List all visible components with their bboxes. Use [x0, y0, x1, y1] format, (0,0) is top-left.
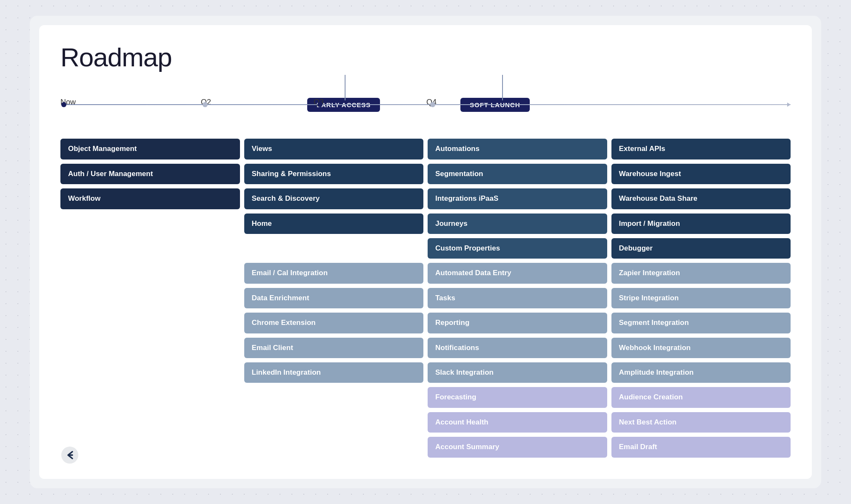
roadmap-item: Warehouse Data Share — [611, 188, 791, 209]
roadmap-item: Notifications — [428, 338, 607, 358]
roadmap-item: Webhook Integration — [611, 338, 791, 358]
column-1: Object ManagementAuth / User ManagementW… — [60, 139, 240, 209]
roadmap-item: LinkedIn Integration — [244, 362, 424, 383]
outer-card: Roadmap EARLY ACCESS SOFT LAUNCH Now Q2 … — [30, 16, 821, 488]
roadmap-item: Data Enrichment — [244, 288, 424, 308]
column-4: External APIsWarehouse IngestWarehouse D… — [611, 139, 791, 457]
page-title: Roadmap — [60, 42, 791, 72]
column-2: ViewsSharing & PermissionsSearch & Disco… — [244, 139, 424, 383]
timeline-line — [64, 104, 791, 105]
roadmap-item: Segment Integration — [611, 313, 791, 333]
timeline-dot-q4 — [430, 102, 435, 107]
roadmap-item: Email Draft — [611, 437, 791, 457]
roadmap-item: Chrome Extension — [244, 313, 424, 333]
roadmap-item: Debugger — [611, 238, 791, 259]
timeline-bar — [60, 100, 791, 109]
timeline-section: EARLY ACCESS SOFT LAUNCH Now Q2 Q3 Q4 — [60, 98, 791, 126]
grid-container: Object ManagementAuth / User ManagementW… — [60, 139, 791, 457]
timeline-vline-ea — [345, 75, 346, 100]
roadmap-item: Workflow — [60, 188, 240, 209]
roadmap-item: Slack Integration — [428, 362, 607, 383]
roadmap-item: Account Health — [428, 412, 607, 433]
roadmap-item: Object Management — [60, 139, 240, 159]
roadmap-item: Integrations iPaaS — [428, 188, 607, 209]
column-3: AutomationsSegmentationIntegrations iPaa… — [428, 139, 607, 457]
roadmap-item: Audience Creation — [611, 387, 791, 407]
timeline-dot-now — [61, 102, 66, 107]
roadmap-item: Search & Discovery — [244, 188, 424, 209]
timeline-dot-q2 — [203, 102, 208, 107]
roadmap-item: Journeys — [428, 214, 607, 234]
timeline-dot-q3 — [317, 102, 323, 107]
roadmap-item: Amplitude Integration — [611, 362, 791, 383]
roadmap-item: Zapier Integration — [611, 263, 791, 283]
roadmap-item: Sharing & Permissions — [244, 164, 424, 184]
inner-card: Roadmap EARLY ACCESS SOFT LAUNCH Now Q2 … — [39, 25, 812, 478]
roadmap-item: Tasks — [428, 288, 607, 308]
timeline-vline-sl — [502, 75, 503, 100]
roadmap-item: Stripe Integration — [611, 288, 791, 308]
roadmap-item: Views — [244, 139, 424, 159]
roadmap-item: Segmentation — [428, 164, 607, 184]
roadmap-item: Auth / User Management — [60, 164, 240, 184]
roadmap-item: Import / Migration — [611, 214, 791, 234]
roadmap-item: Email / Cal Integration — [244, 263, 424, 283]
timeline-arrow — [787, 103, 791, 107]
roadmap-item: Automations — [428, 139, 607, 159]
roadmap-item: Email Client — [244, 338, 424, 358]
roadmap-item: Automated Data Entry — [428, 263, 607, 283]
roadmap-item: Next Best Action — [611, 412, 791, 433]
roadmap-item: Custom Properties — [428, 238, 607, 259]
company-logo-icon — [60, 446, 79, 464]
roadmap-item: Warehouse Ingest — [611, 164, 791, 184]
logo — [60, 446, 79, 466]
roadmap-item: Account Summary — [428, 437, 607, 457]
roadmap-item: Reporting — [428, 313, 607, 333]
roadmap-item: Forecasting — [428, 387, 607, 407]
roadmap-item: External APIs — [611, 139, 791, 159]
roadmap-item: Home — [244, 214, 424, 234]
